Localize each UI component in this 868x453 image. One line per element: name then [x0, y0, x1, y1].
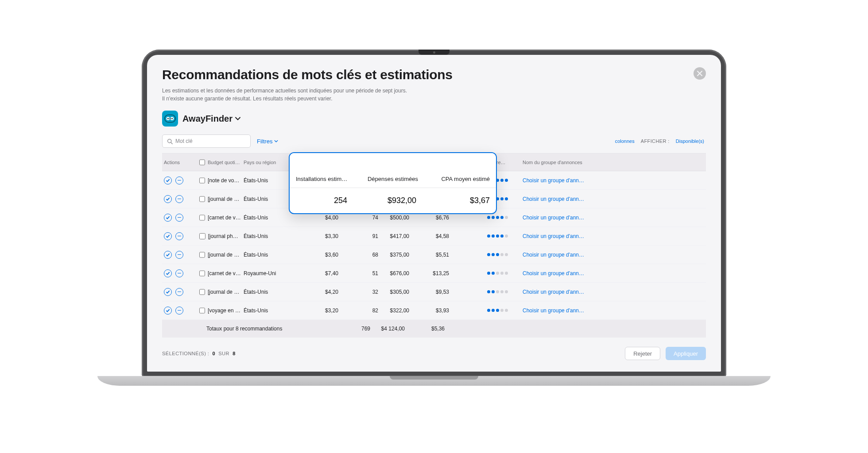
edit-columns-link[interactable]: colonnes [615, 138, 635, 144]
keyword-label: [journal de road… [208, 289, 241, 295]
dismiss-button[interactable] [175, 214, 183, 222]
accept-button[interactable] [164, 307, 172, 315]
dot-icon [496, 272, 499, 275]
dot-icon [505, 216, 508, 219]
totals-cpa: $5,36 [412, 326, 452, 332]
show-filter[interactable]: Disponible(s) [676, 138, 706, 144]
page-subtitle: Les estimations et les données de perfor… [162, 87, 706, 103]
apply-button[interactable]: Appliquer [666, 347, 706, 360]
popover-val-spend: $932,00 [360, 196, 425, 205]
row-actions [164, 269, 199, 277]
dismiss-button[interactable] [175, 251, 183, 259]
accept-button[interactable] [164, 214, 172, 222]
dot-icon [500, 290, 504, 293]
row-checkbox[interactable] [199, 270, 205, 276]
country-label: États-Unis [244, 215, 297, 221]
col-budget: Budget quotidien… [208, 160, 241, 165]
dismiss-button[interactable] [175, 288, 183, 296]
choose-adgroup-link[interactable]: Choisir un groupe d'annonces [523, 289, 589, 295]
app-icon [162, 111, 178, 127]
installs-value: 68 [341, 252, 381, 258]
row-checkbox[interactable] [199, 196, 205, 202]
cpa-value: $4,58 [412, 233, 452, 239]
dot-icon [496, 309, 499, 312]
accept-button[interactable] [164, 251, 172, 259]
keyword-label: [journal photo] [208, 233, 241, 239]
search-input[interactable] [175, 138, 246, 144]
row-checkbox[interactable] [199, 177, 205, 184]
cpa-value: $13,25 [412, 270, 452, 276]
choose-adgroup-link[interactable]: Choisir un groupe d'annonces [523, 233, 589, 239]
keyword-label: [note de voyag… [208, 177, 241, 184]
dot-icon [500, 253, 504, 256]
dismiss-button[interactable] [175, 177, 183, 184]
accept-button[interactable] [164, 177, 172, 184]
search-icon [167, 138, 173, 144]
popover-val-cpa: $3,67 [425, 196, 490, 205]
accept-button[interactable] [164, 232, 172, 240]
keyword-search[interactable] [162, 134, 251, 148]
dot-icon [500, 234, 504, 238]
popularity-dots [487, 216, 523, 219]
svg-rect-5 [170, 118, 171, 119]
popularity-dots [487, 272, 523, 275]
accept-button[interactable] [164, 195, 172, 203]
close-button[interactable] [694, 67, 706, 80]
dot-icon [505, 179, 508, 182]
choose-adgroup-link[interactable]: Choisir un groupe d'annonces [523, 196, 589, 202]
choose-adgroup-link[interactable]: Choisir un groupe d'annonces [523, 252, 589, 258]
svg-point-4 [171, 118, 173, 119]
choose-adgroup-link[interactable]: Choisir un groupe d'annonces [523, 215, 589, 221]
installs-value: 82 [341, 307, 381, 314]
row-checkbox[interactable] [199, 233, 205, 239]
row-checkbox[interactable] [199, 307, 205, 314]
dot-icon [492, 272, 495, 275]
svg-point-3 [167, 118, 169, 119]
table-row: [journal de road…États-Unis$4,2032$305,0… [162, 283, 706, 301]
choose-adgroup-link[interactable]: Choisir un groupe d'annonces [523, 307, 589, 314]
keyword-label: [carnet de voya… [208, 215, 241, 221]
keyword-label: [voyage en famil… [208, 307, 241, 314]
row-checkbox[interactable] [199, 289, 205, 295]
accept-button[interactable] [164, 269, 172, 277]
country-label: Royaume-Uni [244, 270, 297, 276]
spend-value: $322,00 [381, 307, 412, 314]
chevron-down-icon [274, 140, 278, 142]
accept-button[interactable] [164, 288, 172, 296]
select-all-checkbox[interactable] [199, 159, 205, 165]
country-label: États-Unis [244, 289, 297, 295]
table-row: [journal de vaca…États-Unis$3,6068$375,0… [162, 246, 706, 264]
row-actions [164, 214, 199, 222]
laptop-base [97, 376, 771, 386]
bid-value: $7,40 [297, 270, 341, 276]
choose-adgroup-link[interactable]: Choisir un groupe d'annonces [523, 270, 589, 276]
row-checkbox[interactable] [199, 215, 205, 221]
cpa-value: $9,53 [412, 289, 452, 295]
show-label: AFFICHER : [641, 138, 670, 144]
dismiss-button[interactable] [175, 269, 183, 277]
dot-icon [492, 309, 495, 312]
dot-icon [492, 290, 495, 293]
dismiss-button[interactable] [175, 307, 183, 315]
row-checkbox[interactable] [199, 252, 205, 258]
app-selector[interactable]: AwayFinder [162, 111, 706, 127]
dot-icon [492, 253, 495, 256]
dismiss-button[interactable] [175, 232, 183, 240]
spend-value: $305,00 [381, 289, 412, 295]
popover-col-spend: Dépenses estimées [360, 176, 425, 182]
dot-icon [505, 290, 508, 293]
popularity-dots [487, 234, 523, 238]
dot-icon [505, 197, 508, 200]
reject-button[interactable]: Rejeter [625, 347, 660, 360]
dot-icon [505, 234, 508, 238]
filters-button[interactable]: Filtres [257, 138, 278, 145]
installs-value: 51 [341, 270, 381, 276]
close-icon [697, 71, 702, 76]
svg-line-7 [171, 142, 172, 143]
totals-installs: 769 [341, 326, 381, 332]
bid-value: $4,00 [297, 215, 341, 221]
choose-adgroup-link[interactable]: Choisir un groupe d'annonces [523, 177, 589, 184]
dismiss-button[interactable] [175, 195, 183, 203]
estimate-popover: Installations estim… Dépenses estimées C… [289, 152, 497, 214]
dot-icon [487, 272, 490, 275]
